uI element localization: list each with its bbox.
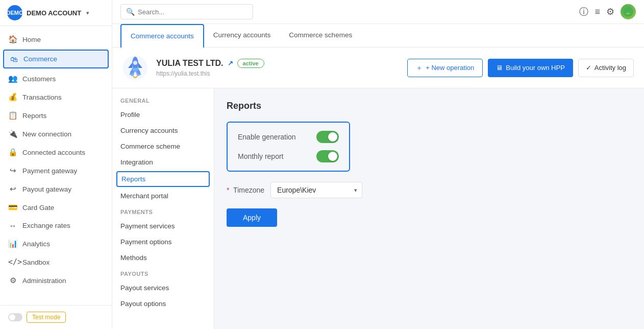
account-logo: DEMO	[7, 5, 22, 20]
sidebar: DEMO DEMO ACCOUNT ▾ 🏠 Home 🛍 Commerce 👥 …	[0, 0, 112, 329]
build-hpp-label: Build your own HPP	[506, 64, 565, 72]
page-title: Reports	[227, 101, 632, 111]
subnav-label-payout-options: Payout options	[120, 300, 166, 308]
settings-icon[interactable]: ⚙	[606, 6, 614, 17]
sidebar-nav: 🏠 Home 🛍 Commerce 👥 Customers 💰 Transact…	[0, 26, 112, 305]
sidebar-item-payout-gateway[interactable]: ↩ Payout gateway	[0, 180, 112, 198]
apply-button[interactable]: Apply	[227, 208, 277, 227]
tab-label-commerce-accounts: Commerce accounts	[131, 32, 194, 40]
new-operation-button[interactable]: ＋ + New operation	[407, 59, 483, 77]
sidebar-item-transactions[interactable]: 💰 Transactions	[0, 88, 112, 106]
card-gate-icon: 💳	[8, 203, 17, 212]
svg-point-4	[133, 61, 137, 65]
subnav-payments-label: PAYMENTS	[112, 204, 214, 218]
connected-accounts-icon: 🔒	[8, 148, 17, 157]
avatar-icon[interactable]	[621, 4, 636, 19]
sidebar-label-exchange-rates: Exchange rates	[22, 222, 70, 229]
sidebar-label-connected-accounts: Connected accounts	[22, 149, 85, 156]
new-connection-icon: 🔌	[8, 129, 17, 138]
subnav-item-currency-accounts[interactable]: Currency accounts	[112, 123, 214, 138]
subnav-item-reports[interactable]: Reports	[116, 171, 210, 187]
main-content: 🔍 ⓘ ≡ ⚙ Commerce accounts Currency accou…	[112, 0, 644, 329]
subnav-label-payout-services: Payout services	[120, 284, 169, 292]
enable-generation-row: Enable generation	[238, 131, 339, 143]
home-icon: 🏠	[8, 35, 17, 44]
monthly-report-label: Monthly report	[238, 152, 283, 160]
subnav-item-payout-options[interactable]: Payout options	[112, 296, 214, 312]
subnav-item-profile[interactable]: Profile	[112, 107, 214, 123]
svg-point-7	[130, 70, 134, 76]
subnav-label-currency-accounts: Currency accounts	[120, 127, 178, 134]
sidebar-item-customers[interactable]: 👥 Customers	[0, 69, 112, 88]
search-box[interactable]: 🔍	[120, 4, 253, 19]
sidebar-label-administration: Administration	[22, 277, 66, 285]
subnav-label-profile: Profile	[120, 111, 140, 119]
subnav-payouts-label: PAYOUTS	[112, 266, 214, 280]
sidebar-item-commerce[interactable]: 🛍 Commerce	[3, 50, 109, 68]
hpp-icon: 🖥	[496, 64, 503, 72]
subnav-item-payment-services[interactable]: Payment services	[112, 218, 214, 234]
account-header[interactable]: DEMO DEMO ACCOUNT ▾	[0, 0, 112, 26]
new-operation-label: + New operation	[426, 64, 474, 72]
sidebar-label-payment-gateway: Payment gateway	[22, 167, 77, 175]
sidebar-label-sandbox: Sandbox	[22, 258, 49, 266]
build-hpp-button[interactable]: 🖥 Build your own HPP	[488, 59, 573, 77]
timezone-select-wrapper[interactable]: Europe\Kiev Europe\London America\New_Yo…	[270, 182, 362, 198]
sidebar-label-payout-gateway: Payout gateway	[22, 185, 71, 193]
activity-log-button[interactable]: ✓ Activity log	[578, 59, 634, 77]
toggle-knob	[9, 314, 15, 320]
sidebar-item-sandbox[interactable]: </> Sandbox	[0, 253, 112, 271]
subnav-item-integration[interactable]: Integration	[112, 154, 214, 170]
payout-gateway-icon: ↩	[8, 184, 17, 194]
account-info: YULIA TEST LTD. ↗ active https://yulia.t…	[156, 59, 399, 77]
topbar: 🔍 ⓘ ≡ ⚙	[112, 0, 644, 24]
subnav-label-integration: Integration	[120, 158, 153, 166]
svg-point-8	[136, 70, 140, 76]
list-icon[interactable]: ≡	[595, 7, 600, 17]
content-area: GENERAL Profile Currency accounts Commer…	[112, 88, 644, 329]
subnav-item-commerce-scheme[interactable]: Commerce scheme	[112, 138, 214, 154]
test-mode-section[interactable]: Test mode	[8, 312, 104, 323]
apply-label: Apply	[243, 214, 261, 222]
sidebar-label-commerce: Commerce	[23, 55, 57, 63]
subnav-label-commerce-scheme: Commerce scheme	[120, 143, 180, 150]
sidebar-item-new-connection[interactable]: 🔌 New connection	[0, 125, 112, 143]
account-status-badge: active	[237, 59, 264, 68]
page-content: Reports Enable generation Monthly report	[214, 88, 644, 329]
reports-toggles-box: Enable generation Monthly report	[227, 122, 350, 172]
sidebar-item-exchange-rates[interactable]: ↔ Exchange rates	[0, 217, 112, 234]
subnav-item-payout-services[interactable]: Payout services	[112, 280, 214, 296]
sidebar-item-home[interactable]: 🏠 Home	[0, 30, 112, 49]
sidebar-label-reports: Reports	[22, 112, 46, 120]
timezone-select[interactable]: Europe\Kiev Europe\London America\New_Yo…	[270, 182, 362, 198]
monthly-report-toggle[interactable]	[316, 150, 339, 162]
subnav-item-merchant-portal[interactable]: Merchant portal	[112, 188, 214, 204]
subnav-item-payment-options[interactable]: Payment options	[112, 234, 214, 250]
subnav-label-merchant-portal: Merchant portal	[120, 192, 168, 200]
tab-commerce-schemes[interactable]: Commerce schemes	[280, 24, 361, 47]
tab-currency-accounts[interactable]: Currency accounts	[204, 24, 280, 47]
info-icon[interactable]: ⓘ	[579, 6, 588, 18]
sidebar-item-analytics[interactable]: 📊 Analytics	[0, 234, 112, 253]
sidebar-item-connected-accounts[interactable]: 🔒 Connected accounts	[0, 143, 112, 161]
tab-commerce-accounts[interactable]: Commerce accounts	[120, 24, 204, 48]
sidebar-item-reports[interactable]: 📋 Reports	[0, 106, 112, 125]
subnav-general-label: GENERAL	[112, 92, 214, 107]
tab-label-commerce-schemes: Commerce schemes	[289, 31, 352, 39]
sidebar-item-administration[interactable]: ⚙ Administration	[0, 271, 112, 290]
sidebar-label-home: Home	[22, 36, 41, 43]
sidebar-item-payment-gateway[interactable]: ↪ Payment gateway	[0, 161, 112, 180]
reports-icon: 📋	[8, 111, 17, 120]
subnav-item-methods[interactable]: Methods	[112, 250, 214, 266]
transactions-icon: 💰	[8, 92, 17, 102]
test-mode-toggle[interactable]	[8, 313, 22, 321]
sidebar-item-card-gate[interactable]: 💳 Card Gate	[0, 198, 112, 217]
external-link-icon[interactable]: ↗	[228, 59, 233, 67]
search-input[interactable]	[138, 8, 247, 16]
account-url: https://yulia.test.this	[156, 70, 399, 77]
payment-gateway-icon: ↪	[8, 166, 17, 175]
activity-log-label: Activity log	[595, 64, 626, 72]
enable-generation-toggle[interactable]	[316, 131, 339, 143]
tab-label-currency-accounts: Currency accounts	[213, 31, 271, 39]
sidebar-label-new-connection: New connection	[22, 130, 71, 138]
